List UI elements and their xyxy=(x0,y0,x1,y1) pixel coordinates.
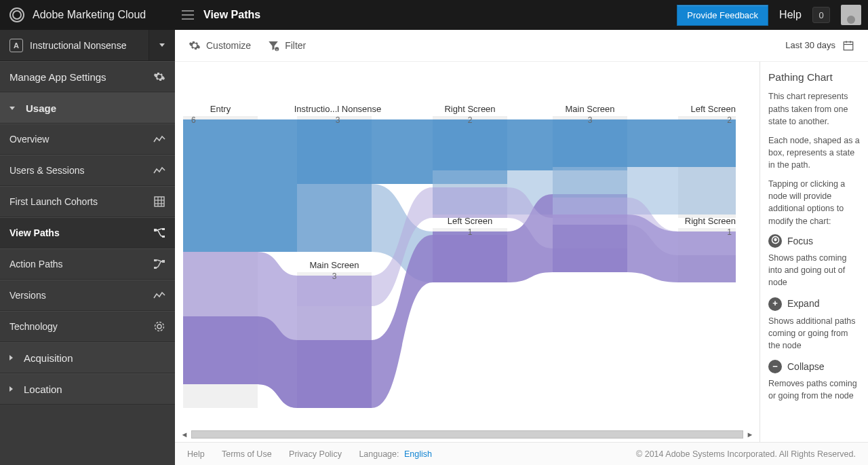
footer-terms-link[interactable]: Terms of Use xyxy=(222,449,272,459)
sidebar-section-usage[interactable]: Usage xyxy=(0,92,175,124)
node-count: 3 xyxy=(553,115,627,125)
chevron-right-icon xyxy=(9,386,13,392)
node-right-screen-a[interactable]: Right Screen 2 xyxy=(433,104,507,125)
node-label: Main Screen xyxy=(297,260,372,270)
content-area: Entry 6 Instructio...l Nonsense 3 Main S… xyxy=(175,61,868,442)
info-expand: + Expand xyxy=(768,297,860,310)
scroll-right-icon[interactable]: ► xyxy=(746,430,754,439)
sidebar: A Instructional Nonsense Manage App Sett… xyxy=(0,30,175,465)
info-action-label: Collapse xyxy=(787,360,824,373)
sidebar-section-label: Acquisition xyxy=(24,352,73,364)
filter-label: Filter xyxy=(285,40,306,51)
sidebar-item-first-launch-cohorts[interactable]: First Launch Cohorts xyxy=(0,186,175,217)
sidebar-item-label: Overview xyxy=(9,134,49,145)
sidebar-item-versions[interactable]: Versions xyxy=(0,280,175,311)
sunburst-icon xyxy=(153,320,165,333)
app-selector-caret[interactable] xyxy=(149,30,175,60)
app-selector[interactable]: A Instructional Nonsense xyxy=(0,30,175,61)
sidebar-manage-app-settings[interactable]: Manage App Settings xyxy=(0,61,175,92)
footer-privacy-link[interactable]: Privacy Policy xyxy=(289,449,342,459)
footer: Help Terms of Use Privacy Policy Languag… xyxy=(175,442,868,465)
node-left-screen-a[interactable]: Left Screen 1 xyxy=(433,216,507,237)
app-selector-name: Instructional Nonsense xyxy=(30,40,126,51)
brand-title: Adobe Marketing Cloud xyxy=(33,9,146,21)
info-action-desc: Shows additional paths coming or going f… xyxy=(768,315,860,352)
sidebar-section-acquisition[interactable]: Acquisition xyxy=(0,342,175,373)
node-entry[interactable]: Entry 6 xyxy=(183,104,258,125)
sidebar-item-overview[interactable]: Overview xyxy=(0,124,175,155)
pathing-chart[interactable]: Entry 6 Instructio...l Nonsense 3 Main S… xyxy=(175,62,760,442)
svg-rect-10 xyxy=(154,267,157,269)
minus-icon: − xyxy=(768,360,782,373)
top-actions: Provide Feedback Help 0 xyxy=(677,5,868,26)
filter-button[interactable]: + Filter xyxy=(267,39,306,52)
sidebar-item-technology[interactable]: Technology xyxy=(0,311,175,342)
node-right-screen-b[interactable]: Right Screen 1 xyxy=(678,216,736,237)
svg-rect-6 xyxy=(162,228,165,230)
app-selector-icon: A xyxy=(9,39,23,52)
page-title: View Paths xyxy=(203,9,260,21)
customize-button[interactable]: Customize xyxy=(189,39,251,52)
sidebar-item-view-paths[interactable]: View Paths xyxy=(0,217,175,248)
node-label: Left Screen xyxy=(433,216,507,226)
node-count: 3 xyxy=(297,272,372,281)
brand-area: Adobe Marketing Cloud xyxy=(0,0,175,30)
node-count: 6 xyxy=(183,115,258,125)
app-selector-main[interactable]: A Instructional Nonsense xyxy=(0,30,149,60)
node-main-screen-b[interactable]: Main Screen 3 xyxy=(553,104,627,125)
node-count: 3 xyxy=(294,115,382,125)
node-label: Main Screen xyxy=(553,104,627,114)
node-instructional-nonsense[interactable]: Instructio...l Nonsense 3 xyxy=(294,104,382,125)
info-action-desc: Removes paths coming or going from the n… xyxy=(768,377,860,402)
node-label: Instructio...l Nonsense xyxy=(294,104,382,114)
info-text: This chart represents paths taken from o… xyxy=(768,90,860,127)
info-title: Pathing Chart xyxy=(768,70,860,85)
sidebar-section-label: Usage xyxy=(26,103,56,114)
help-link[interactable]: Help xyxy=(779,9,802,21)
user-avatar-icon[interactable] xyxy=(841,5,861,25)
footer-help-link[interactable]: Help xyxy=(187,449,205,459)
provide-feedback-button[interactable]: Provide Feedback xyxy=(677,5,768,26)
chart-horizontal-scrollbar[interactable]: ◄ ► xyxy=(180,430,754,439)
info-focus: ⦿ Focus xyxy=(768,234,860,248)
node-label: Left Screen xyxy=(678,104,736,114)
gear-icon xyxy=(153,71,165,83)
date-range-label: Last 30 days xyxy=(785,40,835,50)
nav-toggle-icon[interactable] xyxy=(182,10,194,20)
scroll-left-icon[interactable]: ◄ xyxy=(180,430,189,439)
info-collapse: − Collapse xyxy=(768,360,860,373)
toolbar: Customize + Filter Last 30 days xyxy=(175,30,868,61)
sidebar-item-users-sessions[interactable]: Users & Sessions xyxy=(0,155,175,186)
focus-icon: ⦿ xyxy=(768,234,782,248)
svg-rect-9 xyxy=(154,259,157,261)
chevron-down-icon xyxy=(9,107,15,110)
node-count: 1 xyxy=(433,227,507,237)
sidebar-item-action-paths[interactable]: Action Paths xyxy=(0,248,175,280)
brand-logo-icon xyxy=(9,7,24,22)
action-path-icon xyxy=(153,258,165,270)
svg-point-11 xyxy=(155,322,164,331)
scroll-thumb[interactable] xyxy=(191,430,743,439)
info-action-label: Expand xyxy=(787,297,819,310)
node-main-screen-a[interactable]: Main Screen 3 xyxy=(297,260,372,281)
scroll-track[interactable] xyxy=(191,430,743,439)
chevron-down-icon xyxy=(159,43,165,47)
node-label: Entry xyxy=(183,104,258,114)
path-icon xyxy=(153,227,165,239)
node-label: Right Screen xyxy=(678,216,736,226)
node-count: 1 xyxy=(678,227,736,237)
spark-icon xyxy=(153,133,165,145)
svg-rect-8 xyxy=(162,260,165,263)
footer-language-value[interactable]: English xyxy=(404,449,432,459)
notification-count[interactable]: 0 xyxy=(812,7,830,23)
sidebar-item-label: Versions xyxy=(9,290,46,301)
date-range-picker[interactable]: Last 30 days xyxy=(785,39,854,52)
info-panel: Pathing Chart This chart represents path… xyxy=(760,62,868,442)
sidebar-section-location[interactable]: Location xyxy=(0,373,175,405)
info-action-label: Focus xyxy=(787,234,813,248)
top-bar: Adobe Marketing Cloud View Paths Provide… xyxy=(0,0,868,30)
info-text: Tapping or clicking a node will provide … xyxy=(768,178,860,227)
node-left-screen-b[interactable]: Left Screen 2 xyxy=(678,104,736,125)
toolbar-left: Customize + Filter xyxy=(189,39,306,52)
spark-icon xyxy=(153,164,165,176)
